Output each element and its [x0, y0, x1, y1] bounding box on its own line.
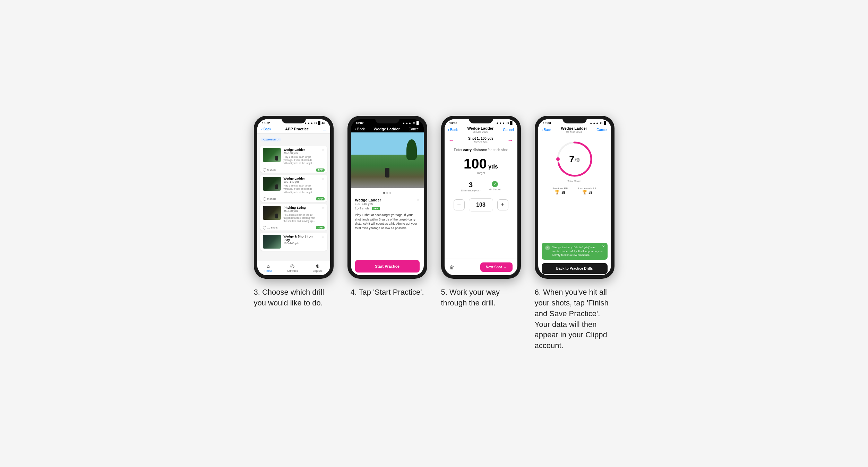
phone-inner-1: 13:02 ▲▲▲ ⊙ ▉ 46 ‹ Back APP Practice [257, 119, 330, 275]
wifi-icon-3: ⊙ [506, 121, 509, 125]
drill-footer-2: 10 shots APP [260, 225, 327, 231]
stats-row: 3 Difference (yds) ✓ Hit Target [445, 178, 517, 195]
nav-center-3: Wedge Ladder 06 Mar 2023 [467, 126, 493, 133]
status-icons-2: ▲▲▲ ⊙ ▉ [402, 121, 419, 125]
carry-distance-input[interactable]: 103 [469, 198, 493, 211]
star-icon-1[interactable]: ☆ [321, 177, 325, 193]
chevron-left-icon-3: ‹ [448, 128, 449, 132]
hit-target-stat: ✓ Hit Target [489, 181, 501, 192]
next-shot-bar: 🗑 Next Shot → [445, 259, 517, 275]
column-4: 13:03 ▲▲▲ ⊙ ▉ ‹ Back Wedge Ladder 06 Mar… [535, 116, 615, 351]
menu-icon-1[interactable]: ☰ [323, 127, 326, 131]
phone-notch-3 [469, 116, 493, 123]
next-shot-button[interactable]: Next Shot → [480, 262, 513, 272]
drill-item-3[interactable]: Wedge & Short Iron Play 100–140 yds ☆ [260, 233, 327, 251]
back-to-practice-drills-button[interactable]: Back to Practice Drills [542, 263, 608, 274]
battery-icon-3: ▉ [510, 121, 513, 125]
app-badge-2: APP [316, 226, 324, 229]
success-toast: ✕ ✓ 'Wedge Ladder (100–140 yds)' was cre… [542, 243, 608, 260]
filter-tag-1[interactable]: Approach 7 [261, 138, 281, 141]
target-unit: yds [488, 164, 498, 170]
cancel-btn-4[interactable]: Cancel [596, 128, 607, 132]
tab-home[interactable]: ⌂ Home [265, 263, 272, 273]
difference-stat: 3 Difference (yds) [461, 181, 480, 192]
drill-desc-2: Hit 1 shot at each of the 10 target dist… [284, 213, 319, 223]
drill-info-0: Wedge Ladder 50–100 yds Play 1 shot at e… [284, 148, 319, 165]
drill-item-1[interactable]: Wedge Ladder 100–140 yds Play 1 shot at … [260, 175, 327, 201]
filter-row-1: Approach 7 [257, 133, 330, 144]
nav-title-4: Wedge Ladder [561, 126, 587, 130]
shots-icon-1 [263, 197, 266, 201]
last-month-pb-value-row: 🏆 -/9 [582, 190, 593, 194]
tree-decoration [406, 139, 417, 160]
wifi-icon-2: ⊙ [413, 121, 415, 125]
shots-icon-2 [263, 226, 266, 230]
star-icon-3[interactable]: ☆ [321, 235, 325, 249]
player-figure [385, 168, 389, 178]
drill-range-3: 100–140 yds [284, 242, 319, 245]
shots-label-1: 9 shots [263, 197, 276, 201]
drill-figure-2 [275, 214, 278, 218]
toast-close-icon[interactable]: ✕ [602, 244, 605, 249]
nav-subtitle-3: 06 Mar 2023 [473, 130, 488, 133]
drill-thumb-3 [263, 235, 281, 249]
phone-notch-1 [282, 116, 306, 123]
drill-item-0[interactable]: Wedge Ladder 50–100 yds Play 1 shot at e… [260, 146, 327, 173]
previous-pb-value: -/9 [561, 190, 565, 194]
toast-message: 'Wedge Ladder (100–140 yds)' was created… [552, 245, 604, 257]
drill-name-2: Pitching String [284, 206, 319, 209]
battery-pct-1: 46 [321, 121, 325, 125]
dot-1 [383, 192, 385, 194]
signal-icon-4: ▲▲▲ [590, 121, 599, 125]
drill-figure-0 [275, 156, 278, 161]
phone-screen-3: 13:03 ▲▲▲ ⊙ ▉ ‹ Back Wedge Ladder 06 Mar… [441, 116, 521, 279]
star-icon-card[interactable]: ☆ [416, 198, 420, 202]
trophy-icon-2: 🏆 [582, 190, 587, 194]
arrow-right-icon: → [504, 265, 507, 269]
drill-desc-card: Play 1 shot at each target yardage. If y… [355, 213, 420, 230]
nav-title-1: APP Practice [285, 127, 309, 131]
start-practice-button[interactable]: Start Practice [355, 260, 420, 273]
tab-bar-1: ⌂ Home ◎ Activities ⊕ Capture [257, 261, 330, 275]
back-button-4[interactable]: ‹ Back [542, 128, 552, 132]
back-button-2[interactable]: ‹ Back [355, 127, 365, 131]
decrement-button[interactable]: − [454, 199, 465, 210]
nav-title-3: Wedge Ladder [467, 126, 493, 130]
signal-icon-1: ▲▲▲ [304, 121, 313, 125]
tab-capture[interactable]: ⊕ Capture [313, 263, 323, 273]
star-icon-0[interactable]: ☆ [321, 148, 325, 165]
drill-name-1: Wedge Ladder [284, 177, 319, 180]
prev-arrow[interactable]: ← [449, 137, 454, 144]
back-button-3[interactable]: ‹ Back [448, 128, 458, 132]
column-3: 13:03 ▲▲▲ ⊙ ▉ ‹ Back Wedge Ladder 06 Mar… [441, 116, 521, 309]
dot-2 [386, 192, 388, 194]
pb-row: Previous PB 🏆 -/9 Last month PB 🏆 -/9 [538, 185, 611, 197]
trash-icon[interactable]: 🗑 [449, 265, 454, 270]
previous-pb-value-row: 🏆 -/9 [555, 190, 565, 194]
capture-icon: ⊕ [316, 263, 320, 269]
next-arrow[interactable]: → [508, 137, 513, 144]
toast-check-icon: ✓ [545, 245, 550, 250]
back-button-1[interactable]: ‹ Back [261, 127, 272, 131]
nav-center-4: Wedge Ladder 06 Mar 2023 [561, 126, 587, 133]
tab-activities[interactable]: ◎ Activities [287, 263, 298, 273]
input-stepper: − 103 + [445, 195, 517, 215]
score-value: 7 [569, 154, 575, 164]
wifi-icon-4: ⊙ [600, 121, 603, 125]
app-badge-0: APP [316, 168, 324, 172]
drill-info-1: Wedge Ladder 100–140 yds Play 1 shot at … [284, 177, 319, 193]
drill-item-2[interactable]: Pitching String 55–100 yds Hit 1 shot at… [260, 204, 327, 231]
cancel-btn-3[interactable]: Cancel [503, 128, 514, 132]
phone-notch-2 [375, 116, 399, 123]
spacer [355, 233, 420, 257]
drill-range-0: 50–100 yds [284, 152, 319, 155]
golf-image [351, 132, 424, 188]
increment-button[interactable]: + [497, 199, 508, 210]
time-1: 13:02 [262, 121, 270, 125]
nav-title-2: Wedge Ladder [373, 127, 400, 131]
page-wrapper: 13:02 ▲▲▲ ⊙ ▉ 46 ‹ Back APP Practice [254, 116, 615, 351]
phone-screen-4: 13:03 ▲▲▲ ⊙ ▉ ‹ Back Wedge Ladder 06 Mar… [535, 116, 615, 279]
star-icon-2[interactable]: ☆ [321, 206, 325, 223]
nav-bar-2: ‹ Back Wedge Ladder Cancel [351, 126, 424, 132]
cancel-btn-2[interactable]: Cancel [409, 127, 419, 131]
